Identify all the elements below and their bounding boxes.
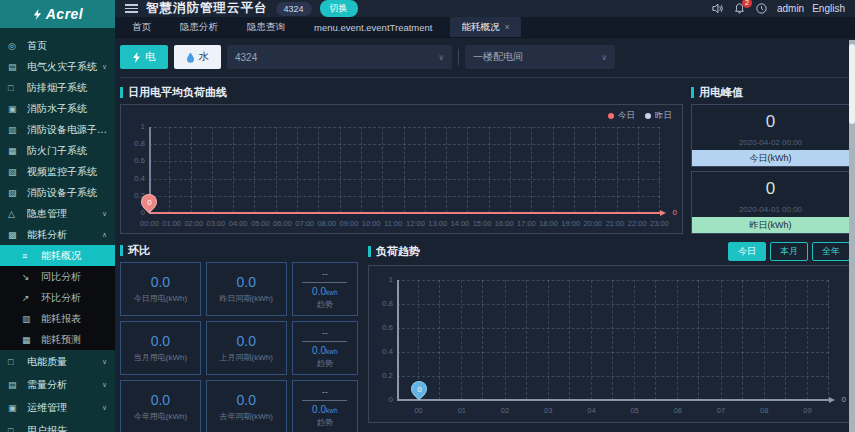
comparison-card: 0.0 今日用电(kWh) bbox=[120, 262, 201, 316]
chart-legend: 今日 昨日 bbox=[608, 110, 672, 122]
sidebar-subitem[interactable]: ↘ 同比分析 bbox=[0, 266, 115, 287]
brand-logo: Acrel bbox=[0, 0, 115, 28]
x-tick-labels: 00:0001:0002:0003:0004:0005:0006:0007:00… bbox=[138, 219, 670, 228]
brand-name: Acrel bbox=[46, 6, 84, 22]
sidebar-item[interactable]: ▣ 消防水子系统 bbox=[0, 98, 115, 119]
load-trend-panel: 10.80.60.40.20 0 0 00010203040506070809 bbox=[368, 265, 850, 423]
sidebar-item-icon: ▦ bbox=[8, 146, 22, 156]
bell-icon[interactable]: 2 bbox=[733, 2, 747, 16]
axis-end-label: 0 bbox=[842, 395, 846, 404]
sidebar-item-icon: ◎ bbox=[8, 41, 22, 51]
trend-placeholder: -- bbox=[322, 328, 328, 338]
tab[interactable]: 隐患分析 bbox=[169, 17, 234, 37]
sidebar-item-label: 视频监控子系统 bbox=[27, 165, 107, 179]
trend-value: 0.0kwh bbox=[312, 286, 337, 297]
trend-unit: kwh bbox=[326, 289, 338, 296]
electric-filter-button[interactable]: 电 bbox=[120, 45, 168, 69]
peak-label: 今日(kWh) bbox=[692, 150, 849, 166]
menu-toggle-icon[interactable] bbox=[125, 4, 138, 13]
comparison-card: 0.0 上月同期(kWh) bbox=[206, 321, 287, 375]
row-comparison-trend: 环比 0.0 今日用电(kWh) 0.0 昨日同期(kWh) -- bbox=[120, 242, 850, 432]
section-title-comparison: 环比 bbox=[120, 242, 358, 258]
sidebar-item-icon: ▤ bbox=[8, 380, 22, 390]
chevron-icon: ∨ bbox=[102, 381, 107, 389]
sidebar-item[interactable]: △ 隐患管理 ∨ bbox=[0, 203, 115, 224]
lightning-icon bbox=[132, 52, 141, 63]
sidebar-item-icon: △ bbox=[8, 209, 22, 219]
peak-value: 0 bbox=[692, 172, 849, 205]
content: 电 水 4324 ∨ 一楼配电间 ∨ bbox=[115, 38, 855, 432]
trend-placeholder: -- bbox=[322, 269, 328, 279]
switch-project-button[interactable]: 切换 bbox=[320, 0, 358, 17]
tab[interactable]: 能耗概况 × bbox=[450, 17, 520, 37]
sidebar-item-label: 运维管理 bbox=[27, 401, 102, 415]
tab-close-icon[interactable]: × bbox=[504, 22, 509, 32]
sidebar-item-label: 电能质量 bbox=[27, 355, 102, 369]
sidebar-item-icon: ▨ bbox=[8, 188, 22, 198]
trend-range-button[interactable]: 本月 bbox=[770, 242, 808, 261]
chevron-icon: ∨ bbox=[102, 63, 107, 71]
trend-range-button[interactable]: 全年 bbox=[812, 242, 850, 261]
sidebar-subitem-icon: ▦ bbox=[22, 335, 36, 345]
sidebar-item[interactable]: □ 防排烟子系统 bbox=[0, 77, 115, 98]
sidebar-subitem-icon: ≡ bbox=[22, 251, 36, 261]
sidebar-item[interactable]: ▦ 防火门子系统 bbox=[0, 140, 115, 161]
tab[interactable]: menu.event.eventTreatment bbox=[303, 17, 448, 37]
tab-label: 能耗概况 bbox=[461, 21, 499, 34]
trend-delta-card: -- 0.0kwh 趋势 bbox=[292, 321, 358, 375]
legend-item-yesterday[interactable]: 昨日 bbox=[645, 110, 672, 122]
brand-logo-icon bbox=[32, 9, 43, 20]
load-curve-plot: 10.80.60.40.20 0 0 00:0001:0002:0003:000… bbox=[149, 127, 660, 213]
sidebar-item-label: 防排烟子系统 bbox=[27, 81, 107, 95]
sidebar-item[interactable]: ◎ 首页 bbox=[0, 35, 115, 56]
sidebar-item-icon: ▧ bbox=[8, 167, 22, 177]
sidebar-subitem[interactable]: ▦ 能耗预测 bbox=[0, 329, 115, 350]
language-switch[interactable]: English bbox=[812, 3, 845, 14]
comparison-label: 当月用电(kWh) bbox=[134, 352, 187, 363]
water-filter-button[interactable]: 水 bbox=[174, 45, 222, 69]
peak-value: 0 bbox=[692, 105, 849, 138]
trend-delta-card: -- 0.0kwh 趋势 bbox=[292, 380, 358, 432]
comparison-row: 0.0 今日用电(kWh) 0.0 昨日同期(kWh) -- 0.0kwh bbox=[120, 262, 358, 316]
sidebar-item[interactable]: ▨ 消防设备子系统 bbox=[0, 182, 115, 203]
sidebar-item[interactable]: ▩ 能耗分析 ∧ bbox=[0, 224, 115, 245]
room-select[interactable]: 一楼配电间 ∨ bbox=[465, 45, 615, 69]
divider bbox=[120, 77, 850, 78]
trend-range-button[interactable]: 今日 bbox=[728, 242, 766, 261]
clock-icon[interactable] bbox=[755, 2, 769, 16]
sidebar-item-icon: □ bbox=[8, 83, 22, 93]
series-line-load: 0 bbox=[397, 399, 829, 401]
device-select[interactable]: 4324 ∨ bbox=[227, 45, 452, 69]
tab-label: menu.event.eventTreatment bbox=[314, 22, 432, 33]
sidebar-item[interactable]: □ 电能质量 ∨ bbox=[0, 350, 115, 373]
scrollbar-thumb[interactable] bbox=[849, 44, 855, 124]
peak-cards: 0 2020-04-02 00:00 今日(kWh) 0 2020-04-01 … bbox=[691, 104, 850, 234]
sidebar-item[interactable]: ▥ 消防设备电源子系统 bbox=[0, 119, 115, 140]
user-menu[interactable]: admin bbox=[777, 3, 804, 14]
sidebar-item-icon: ▣ bbox=[8, 104, 22, 114]
sidebar-subitem[interactable]: ≡ 能耗概况 bbox=[0, 245, 115, 266]
divider bbox=[302, 400, 347, 401]
y-tick-labels: 10.80.60.40.20 bbox=[375, 275, 393, 405]
comparison-label: 今日用电(kWh) bbox=[134, 293, 187, 304]
tab[interactable]: 隐患查询 bbox=[236, 17, 301, 37]
comparison-value: 0.0 bbox=[237, 274, 256, 290]
sidebar-subitem-label: 能耗预测 bbox=[41, 333, 107, 347]
tab-bar: 首页 隐患分析 隐患查询 menu.event.eventTreatment 能… bbox=[115, 17, 855, 38]
speaker-icon[interactable] bbox=[711, 2, 725, 16]
legend-item-today[interactable]: 今日 bbox=[608, 110, 635, 122]
sidebar-item[interactable]: ▧ 视频监控子系统 bbox=[0, 161, 115, 182]
trend-range-buttons: 今日本月全年 bbox=[728, 242, 850, 261]
sidebar-item[interactable]: ▤ 需量分析 ∨ bbox=[0, 373, 115, 396]
sidebar-subitem[interactable]: ▥ 能耗报表 bbox=[0, 308, 115, 329]
legend-dot bbox=[645, 113, 651, 119]
sidebar-item[interactable]: □ 用户报告 bbox=[0, 419, 115, 432]
vertical-scrollbar[interactable] bbox=[849, 40, 855, 432]
sidebar-item[interactable]: ▤ 电气火灾子系统 ∨ bbox=[0, 56, 115, 77]
comparison-value: 0.0 bbox=[237, 392, 256, 408]
tab[interactable]: 首页 bbox=[121, 17, 167, 37]
axis-end-label: 0 bbox=[673, 208, 677, 217]
sidebar-subitem[interactable]: ↗ 环比分析 bbox=[0, 287, 115, 308]
sidebar-item-label: 首页 bbox=[27, 39, 107, 53]
sidebar-item[interactable]: ▣ 运维管理 ∨ bbox=[0, 396, 115, 419]
